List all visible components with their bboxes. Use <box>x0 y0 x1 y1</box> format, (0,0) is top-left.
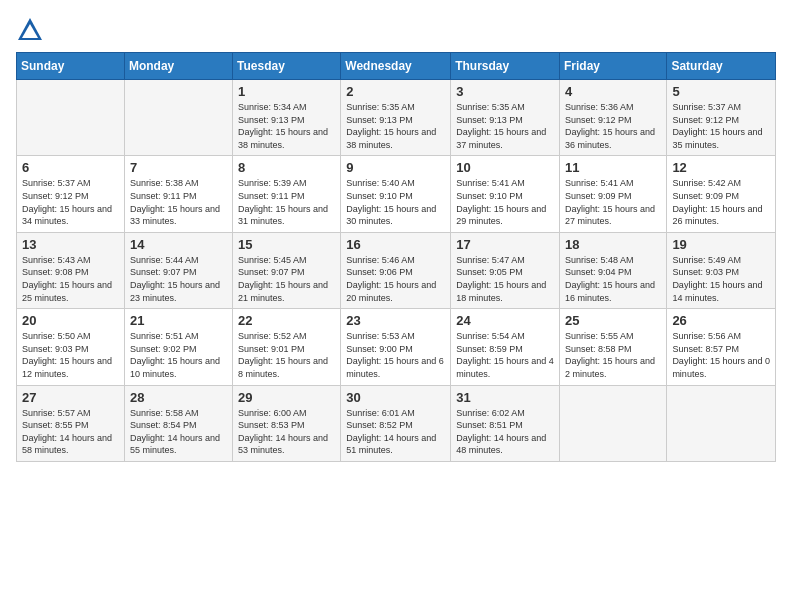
day-info: Sunrise: 6:00 AM Sunset: 8:53 PM Dayligh… <box>238 407 335 457</box>
day-number: 27 <box>22 390 119 405</box>
calendar-week-row: 13Sunrise: 5:43 AM Sunset: 9:08 PM Dayli… <box>17 232 776 308</box>
calendar-cell: 10Sunrise: 5:41 AM Sunset: 9:10 PM Dayli… <box>451 156 560 232</box>
calendar-table: SundayMondayTuesdayWednesdayThursdayFrid… <box>16 52 776 462</box>
calendar-cell: 23Sunrise: 5:53 AM Sunset: 9:00 PM Dayli… <box>341 309 451 385</box>
day-number: 1 <box>238 84 335 99</box>
calendar-cell: 7Sunrise: 5:38 AM Sunset: 9:11 PM Daylig… <box>124 156 232 232</box>
day-info: Sunrise: 5:55 AM Sunset: 8:58 PM Dayligh… <box>565 330 661 380</box>
day-number: 10 <box>456 160 554 175</box>
header-friday: Friday <box>559 53 666 80</box>
calendar-cell: 15Sunrise: 5:45 AM Sunset: 9:07 PM Dayli… <box>233 232 341 308</box>
header-monday: Monday <box>124 53 232 80</box>
calendar-cell: 20Sunrise: 5:50 AM Sunset: 9:03 PM Dayli… <box>17 309 125 385</box>
day-info: Sunrise: 5:51 AM Sunset: 9:02 PM Dayligh… <box>130 330 227 380</box>
day-number: 11 <box>565 160 661 175</box>
page-header <box>16 16 776 44</box>
calendar-cell: 8Sunrise: 5:39 AM Sunset: 9:11 PM Daylig… <box>233 156 341 232</box>
day-info: Sunrise: 5:46 AM Sunset: 9:06 PM Dayligh… <box>346 254 445 304</box>
day-number: 9 <box>346 160 445 175</box>
day-number: 26 <box>672 313 770 328</box>
day-info: Sunrise: 5:40 AM Sunset: 9:10 PM Dayligh… <box>346 177 445 227</box>
calendar-cell: 31Sunrise: 6:02 AM Sunset: 8:51 PM Dayli… <box>451 385 560 461</box>
day-info: Sunrise: 5:37 AM Sunset: 9:12 PM Dayligh… <box>672 101 770 151</box>
calendar-cell: 19Sunrise: 5:49 AM Sunset: 9:03 PM Dayli… <box>667 232 776 308</box>
day-number: 2 <box>346 84 445 99</box>
day-info: Sunrise: 5:52 AM Sunset: 9:01 PM Dayligh… <box>238 330 335 380</box>
day-info: Sunrise: 5:39 AM Sunset: 9:11 PM Dayligh… <box>238 177 335 227</box>
calendar-week-row: 27Sunrise: 5:57 AM Sunset: 8:55 PM Dayli… <box>17 385 776 461</box>
header-tuesday: Tuesday <box>233 53 341 80</box>
day-info: Sunrise: 5:44 AM Sunset: 9:07 PM Dayligh… <box>130 254 227 304</box>
day-info: Sunrise: 6:01 AM Sunset: 8:52 PM Dayligh… <box>346 407 445 457</box>
day-info: Sunrise: 5:58 AM Sunset: 8:54 PM Dayligh… <box>130 407 227 457</box>
day-number: 23 <box>346 313 445 328</box>
calendar-cell: 12Sunrise: 5:42 AM Sunset: 9:09 PM Dayli… <box>667 156 776 232</box>
calendar-cell: 9Sunrise: 5:40 AM Sunset: 9:10 PM Daylig… <box>341 156 451 232</box>
day-number: 30 <box>346 390 445 405</box>
day-number: 5 <box>672 84 770 99</box>
day-info: Sunrise: 6:02 AM Sunset: 8:51 PM Dayligh… <box>456 407 554 457</box>
calendar-cell: 29Sunrise: 6:00 AM Sunset: 8:53 PM Dayli… <box>233 385 341 461</box>
day-number: 29 <box>238 390 335 405</box>
day-info: Sunrise: 5:43 AM Sunset: 9:08 PM Dayligh… <box>22 254 119 304</box>
day-info: Sunrise: 5:56 AM Sunset: 8:57 PM Dayligh… <box>672 330 770 380</box>
day-number: 16 <box>346 237 445 252</box>
calendar-cell: 25Sunrise: 5:55 AM Sunset: 8:58 PM Dayli… <box>559 309 666 385</box>
calendar-cell <box>667 385 776 461</box>
calendar-cell: 2Sunrise: 5:35 AM Sunset: 9:13 PM Daylig… <box>341 80 451 156</box>
calendar-cell <box>559 385 666 461</box>
day-info: Sunrise: 5:37 AM Sunset: 9:12 PM Dayligh… <box>22 177 119 227</box>
day-number: 28 <box>130 390 227 405</box>
day-info: Sunrise: 5:54 AM Sunset: 8:59 PM Dayligh… <box>456 330 554 380</box>
calendar-week-row: 20Sunrise: 5:50 AM Sunset: 9:03 PM Dayli… <box>17 309 776 385</box>
day-info: Sunrise: 5:42 AM Sunset: 9:09 PM Dayligh… <box>672 177 770 227</box>
calendar-cell <box>17 80 125 156</box>
day-number: 22 <box>238 313 335 328</box>
day-info: Sunrise: 5:35 AM Sunset: 9:13 PM Dayligh… <box>346 101 445 151</box>
day-info: Sunrise: 5:34 AM Sunset: 9:13 PM Dayligh… <box>238 101 335 151</box>
calendar-cell: 28Sunrise: 5:58 AM Sunset: 8:54 PM Dayli… <box>124 385 232 461</box>
calendar-cell: 24Sunrise: 5:54 AM Sunset: 8:59 PM Dayli… <box>451 309 560 385</box>
day-info: Sunrise: 5:48 AM Sunset: 9:04 PM Dayligh… <box>565 254 661 304</box>
calendar-cell: 21Sunrise: 5:51 AM Sunset: 9:02 PM Dayli… <box>124 309 232 385</box>
day-info: Sunrise: 5:38 AM Sunset: 9:11 PM Dayligh… <box>130 177 227 227</box>
day-number: 14 <box>130 237 227 252</box>
calendar-cell: 22Sunrise: 5:52 AM Sunset: 9:01 PM Dayli… <box>233 309 341 385</box>
day-number: 12 <box>672 160 770 175</box>
calendar-cell: 1Sunrise: 5:34 AM Sunset: 9:13 PM Daylig… <box>233 80 341 156</box>
calendar-cell: 3Sunrise: 5:35 AM Sunset: 9:13 PM Daylig… <box>451 80 560 156</box>
calendar-cell: 4Sunrise: 5:36 AM Sunset: 9:12 PM Daylig… <box>559 80 666 156</box>
header-wednesday: Wednesday <box>341 53 451 80</box>
header-sunday: Sunday <box>17 53 125 80</box>
day-number: 20 <box>22 313 119 328</box>
day-info: Sunrise: 5:36 AM Sunset: 9:12 PM Dayligh… <box>565 101 661 151</box>
day-number: 8 <box>238 160 335 175</box>
calendar-week-row: 6Sunrise: 5:37 AM Sunset: 9:12 PM Daylig… <box>17 156 776 232</box>
day-info: Sunrise: 5:45 AM Sunset: 9:07 PM Dayligh… <box>238 254 335 304</box>
calendar-cell: 17Sunrise: 5:47 AM Sunset: 9:05 PM Dayli… <box>451 232 560 308</box>
day-number: 17 <box>456 237 554 252</box>
calendar-cell: 11Sunrise: 5:41 AM Sunset: 9:09 PM Dayli… <box>559 156 666 232</box>
day-info: Sunrise: 5:41 AM Sunset: 9:09 PM Dayligh… <box>565 177 661 227</box>
calendar-week-row: 1Sunrise: 5:34 AM Sunset: 9:13 PM Daylig… <box>17 80 776 156</box>
day-info: Sunrise: 5:41 AM Sunset: 9:10 PM Dayligh… <box>456 177 554 227</box>
day-number: 31 <box>456 390 554 405</box>
calendar-cell: 6Sunrise: 5:37 AM Sunset: 9:12 PM Daylig… <box>17 156 125 232</box>
calendar-cell: 26Sunrise: 5:56 AM Sunset: 8:57 PM Dayli… <box>667 309 776 385</box>
day-info: Sunrise: 5:53 AM Sunset: 9:00 PM Dayligh… <box>346 330 445 380</box>
day-info: Sunrise: 5:47 AM Sunset: 9:05 PM Dayligh… <box>456 254 554 304</box>
calendar-cell: 14Sunrise: 5:44 AM Sunset: 9:07 PM Dayli… <box>124 232 232 308</box>
day-number: 19 <box>672 237 770 252</box>
day-number: 25 <box>565 313 661 328</box>
day-number: 7 <box>130 160 227 175</box>
day-number: 6 <box>22 160 119 175</box>
day-number: 3 <box>456 84 554 99</box>
day-number: 4 <box>565 84 661 99</box>
calendar-header-row: SundayMondayTuesdayWednesdayThursdayFrid… <box>17 53 776 80</box>
calendar-cell <box>124 80 232 156</box>
day-number: 24 <box>456 313 554 328</box>
calendar-cell: 13Sunrise: 5:43 AM Sunset: 9:08 PM Dayli… <box>17 232 125 308</box>
day-number: 18 <box>565 237 661 252</box>
header-saturday: Saturday <box>667 53 776 80</box>
day-number: 15 <box>238 237 335 252</box>
